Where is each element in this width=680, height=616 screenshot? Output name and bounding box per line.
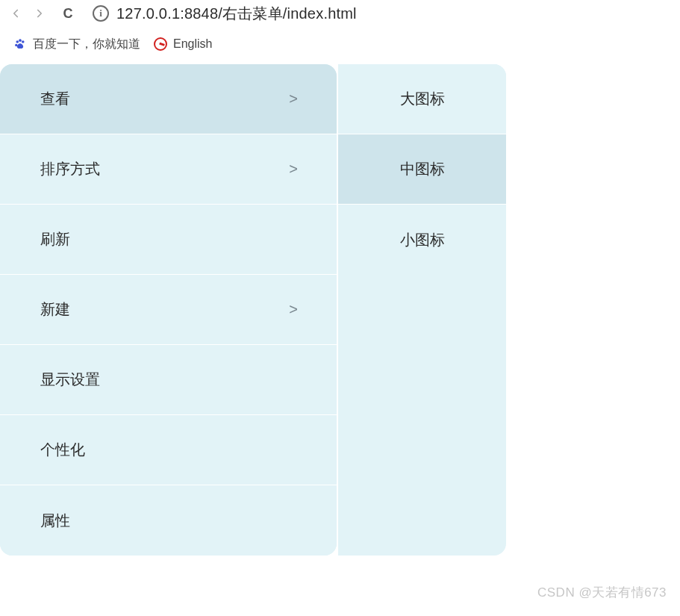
menu-item-label: 查看 bbox=[40, 89, 70, 109]
bookmarks-bar: 百度一下，你就知道 English bbox=[0, 27, 680, 61]
svg-point-0 bbox=[16, 40, 19, 43]
submenu-item-large-icons[interactable]: 大图标 bbox=[338, 64, 506, 134]
menu-item-personalize[interactable]: 个性化 bbox=[0, 415, 337, 485]
chevron-right-icon: > bbox=[289, 301, 298, 318]
context-menu-primary: 查看 > 排序方式 > 刷新 新建 > 显示设置 个性化 属性 bbox=[0, 64, 337, 556]
context-menu: 查看 > 排序方式 > 刷新 新建 > 显示设置 个性化 属性 大图标 bbox=[0, 64, 506, 556]
menu-item-label: 显示设置 bbox=[40, 370, 100, 390]
forward-button[interactable] bbox=[31, 5, 48, 22]
menu-item-view[interactable]: 查看 > bbox=[0, 64, 337, 134]
chevron-right-icon: > bbox=[289, 161, 298, 178]
submenu-item-small-icons[interactable]: 小图标 bbox=[338, 205, 506, 275]
railway-icon bbox=[154, 37, 167, 51]
submenu-item-medium-icons[interactable]: 中图标 bbox=[338, 134, 506, 205]
back-button[interactable] bbox=[7, 5, 24, 22]
menu-item-label: 刷新 bbox=[40, 229, 70, 249]
context-submenu-view: 大图标 中图标 小图标 bbox=[338, 64, 506, 556]
site-info-icon[interactable]: i bbox=[93, 5, 109, 22]
bookmark-label: English bbox=[173, 37, 212, 51]
bookmark-english[interactable]: English bbox=[154, 37, 212, 51]
menu-item-sort[interactable]: 排序方式 > bbox=[0, 134, 337, 205]
baidu-paw-icon bbox=[13, 37, 27, 51]
menu-item-label: 新建 bbox=[40, 299, 70, 320]
svg-point-1 bbox=[19, 39, 22, 42]
submenu-item-label: 中图标 bbox=[400, 159, 445, 179]
submenu-item-label: 小图标 bbox=[400, 230, 445, 250]
svg-point-2 bbox=[22, 40, 25, 43]
reload-button[interactable]: C bbox=[60, 5, 76, 22]
browser-toolbar: C i 127.0.0.1:8848/右击菜单/index.html bbox=[0, 0, 680, 27]
bookmark-label: 百度一下，你就知道 bbox=[33, 37, 140, 52]
menu-item-display-settings[interactable]: 显示设置 bbox=[0, 345, 337, 415]
menu-item-refresh[interactable]: 刷新 bbox=[0, 205, 337, 275]
watermark: CSDN @天若有情673 bbox=[537, 584, 667, 601]
menu-item-label: 属性 bbox=[40, 511, 70, 531]
svg-point-3 bbox=[15, 44, 17, 46]
menu-item-properties[interactable]: 属性 bbox=[0, 485, 337, 556]
menu-item-label: 排序方式 bbox=[40, 159, 100, 179]
menu-item-label: 个性化 bbox=[40, 440, 85, 460]
menu-item-new[interactable]: 新建 > bbox=[0, 275, 337, 345]
submenu-item-label: 大图标 bbox=[400, 89, 445, 109]
address-bar[interactable]: i 127.0.0.1:8848/右击菜单/index.html bbox=[93, 4, 357, 24]
chevron-right-icon: > bbox=[289, 90, 298, 108]
url-text: 127.0.0.1:8848/右击菜单/index.html bbox=[116, 4, 357, 24]
bookmark-baidu[interactable]: 百度一下，你就知道 bbox=[13, 37, 140, 52]
